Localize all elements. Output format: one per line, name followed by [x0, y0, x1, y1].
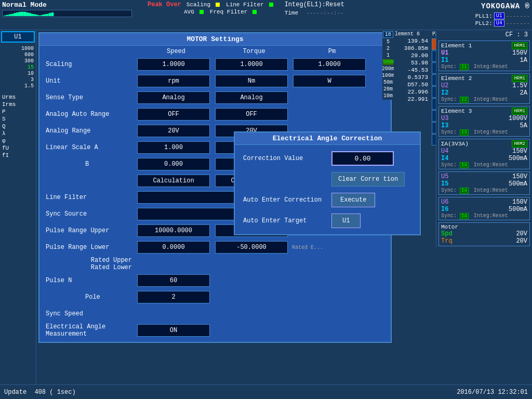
analog-auto-range-row: Analog Auto Range [44, 107, 387, 122]
analog-auto-range-label: Analog Auto Range [44, 111, 137, 118]
element1-sync-label: Sync: [441, 64, 457, 70]
scaling-torque-input[interactable] [215, 58, 288, 71]
scale-1: 1 [387, 52, 390, 58]
scale-1-5: 1.5 [24, 83, 34, 89]
pulse-range-upper-speed-input[interactable] [137, 224, 210, 237]
time-label: Time [285, 10, 298, 16]
col-torque: Torque [215, 48, 293, 55]
meas-val-7: D57.50 [395, 82, 428, 88]
scale-100m: 100m [382, 73, 394, 78]
scale-16: 16 [383, 31, 393, 38]
auto-enter-correction-row: Auto Enter Correction Execute [243, 193, 411, 207]
meas-val-8: 22.996 [395, 89, 428, 95]
line-filter-dot [269, 3, 273, 7]
scale-15: 15 [28, 64, 34, 70]
bottom-datetime: 2016/07/13 12:32:01 [457, 389, 528, 396]
execute-button[interactable]: Execute [331, 193, 375, 207]
element5-i-label: I5 [441, 180, 448, 188]
meas-val-6: 0.5373 [395, 74, 428, 81]
element2-values: U2 1.5V [441, 82, 527, 89]
scale-20m: 20m [383, 86, 393, 92]
element3-u-value: 1000V [509, 115, 527, 122]
analog-auto-range-torque-input[interactable] [215, 108, 288, 121]
sync-speed-label: Sync Speed [44, 310, 137, 317]
element2-title: Element 2 HRM1 [441, 75, 527, 82]
label-s: S [2, 116, 36, 122]
correction-value-label: Correction Value [243, 155, 326, 162]
pulse-range-lower-torque-input[interactable] [215, 241, 288, 254]
scale-10m: 10m [383, 93, 393, 99]
sigma-u-label: U4 [441, 148, 448, 155]
sense-type-torque-input[interactable] [215, 91, 288, 104]
pulse-n-label: Pulse N [44, 277, 137, 284]
sigma-title-row: ΣA(3V3A) HRM2 [441, 140, 527, 148]
correction-value-input[interactable] [331, 151, 394, 166]
linear-scale-a-speed-input[interactable] [137, 141, 210, 154]
pll-section: PLL1: U1 ------- PLL2: U4 ------- [475, 12, 530, 26]
avg-label: AVG [184, 9, 194, 15]
unit-pm-input[interactable] [293, 75, 366, 87]
element5-sync-label: Sync: [441, 188, 457, 193]
unit-label: Unit [44, 77, 137, 85]
u1-button[interactable]: U1 [331, 214, 361, 228]
element5-values: U5 150V [441, 173, 527, 180]
element3-i-label: I3 [441, 122, 448, 129]
pll1-row: PLL1: U1 ------- [475, 12, 530, 19]
element2-block: Element 2 HRM1 U2 1.5V I2 2A Sync: I2 In… [438, 73, 530, 104]
calculation-speed-input[interactable] [137, 175, 210, 187]
meas-val-9: 22.991 [395, 96, 428, 102]
pulse-range-lower-speed-input[interactable] [137, 241, 210, 254]
motor-spd-row: Spd 20V [441, 230, 527, 237]
scale-bar: 16 5 2 1 500m 200m 100m 50m 20m 10m [382, 30, 394, 100]
element2-u-label: U2 [441, 82, 448, 89]
motor-values-block: Motor Spd 20V Trq 20V [438, 222, 530, 246]
unit-speed-input[interactable] [137, 75, 210, 87]
element1-title: Element 1 HRM1 [441, 42, 527, 49]
rated-row: Rated Upper Rated Lower [44, 257, 387, 271]
scaling-pm-input[interactable] [293, 58, 366, 71]
element2-i-values: I2 2A [441, 89, 527, 97]
col-speed: Speed [137, 48, 215, 55]
element3-u-label: U3 [441, 115, 448, 122]
motor-spd-label: Spd [441, 230, 453, 237]
analog-auto-range-speed-input[interactable] [137, 108, 210, 121]
scaling-speed-input[interactable] [137, 58, 210, 71]
unit-torque-input[interactable] [215, 75, 288, 87]
pll1-label: PLL1: [475, 13, 493, 19]
col-headers: Speed Torque Pm [137, 48, 387, 55]
auto-enter-correction-label: Auto Enter Correction [243, 196, 326, 204]
element6-u-value: 150V [512, 198, 527, 206]
linear-scale-a-label: Linear Scale A [44, 144, 137, 151]
auto-enter-target-row: Auto Enter Target U1 [243, 214, 411, 228]
pll1-box: U1 [494, 12, 504, 19]
sigma-sync-tag: I4 [460, 162, 469, 168]
element6-partial: lement 6 [395, 31, 428, 37]
elec-angle-input[interactable] [137, 324, 210, 337]
left-sidebar: U1 1000 600 300 15 10 3 1.5 Urms Irms P … [0, 30, 36, 394]
clear-correction-button[interactable]: Clear Corre tion [331, 172, 405, 187]
element1-badge: HRM1 [512, 42, 527, 49]
element6-i-value: 500mA [509, 206, 527, 213]
element5-i-value: 500mA [509, 180, 527, 188]
scale-2: 2 [387, 46, 390, 51]
scale-500m: 500m [383, 59, 393, 65]
linear-scale-b-speed-input[interactable] [137, 158, 210, 170]
element3-sync-label: Sync: [441, 129, 457, 135]
pll2-row: PLL2: U4 ------- [475, 20, 530, 26]
element6-sync-tag: I4 [460, 213, 469, 219]
analog-range-speed-input[interactable] [137, 125, 210, 137]
sigma-integ: Integ:Reset [474, 162, 508, 168]
sense-type-speed-input[interactable] [137, 91, 210, 104]
elec-angle-label: Electrical Angle Measurement [44, 323, 137, 338]
element1-u-label: U1 [441, 49, 448, 57]
motor-trq-row: Trq 20V [441, 237, 527, 245]
sigma-i-value: 500mA [509, 155, 527, 162]
sense-type-row: Sense Type [44, 90, 387, 105]
motor-trq-value: 20V [516, 237, 527, 245]
pole-input[interactable] [137, 291, 210, 303]
bottom-left: Update 408 ( 1sec) [4, 389, 76, 396]
pulse-n-input[interactable] [137, 274, 210, 287]
sense-type-label: Sense Type [44, 94, 137, 101]
element5-i-values: I5 500mA [441, 180, 527, 188]
element3-sync: Sync: I3 Integ:Reset [441, 129, 527, 135]
